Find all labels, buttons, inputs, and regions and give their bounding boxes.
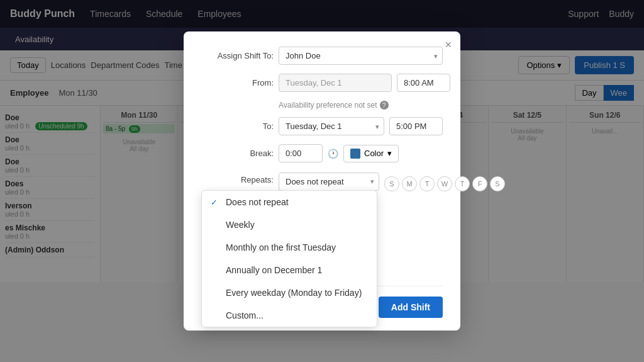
day-pills-group: S M T W T F S: [384, 176, 505, 191]
modal-overlay: × Assign Shift To: John Doe ▾ From: Avai…: [0, 0, 644, 362]
dropdown-item-annually[interactable]: Annually on December 1: [202, 259, 377, 281]
dropdown-item-label: Monthly on the first Tuesday: [226, 242, 336, 252]
repeats-content: Does not repeat ▾ S M T W T F S: [279, 171, 505, 191]
color-chevron-icon: ▾: [387, 149, 392, 158]
dropdown-item-label: Custom...: [226, 310, 264, 320]
day-pill-w[interactable]: W: [437, 176, 452, 191]
add-shift-button[interactable]: Add Shift: [379, 297, 443, 318]
availability-note: Availability preference not set ?: [201, 101, 443, 110]
assign-shift-to-row: Assign Shift To: John Doe ▾: [201, 47, 443, 65]
to-label: To:: [201, 122, 274, 131]
to-time-input[interactable]: [389, 117, 443, 135]
add-shift-modal: × Assign Shift To: John Doe ▾ From: Avai…: [184, 31, 460, 331]
day-pill-s2[interactable]: S: [490, 176, 505, 191]
dropdown-item-label: Does not repeat: [226, 197, 289, 207]
repeats-select-wrapper: Does not repeat ▾: [279, 173, 379, 191]
to-date-select-wrapper: Tuesday, Dec 1 ▾: [279, 117, 384, 135]
dropdown-item-label: Annually on December 1: [226, 265, 322, 275]
day-pill-t2[interactable]: T: [455, 176, 470, 191]
assign-shift-select-wrapper: John Doe ▾: [279, 47, 443, 65]
break-input-group: 🕐 Color ▾: [279, 144, 443, 162]
repeats-select[interactable]: Does not repeat: [279, 173, 379, 191]
day-pill-m[interactable]: M: [402, 176, 417, 191]
dropdown-item-label: Every weekday (Monday to Friday): [226, 288, 362, 298]
color-label: Color: [364, 149, 384, 158]
help-icon[interactable]: ?: [380, 101, 389, 110]
to-row: To: Tuesday, Dec 1 ▾: [201, 117, 443, 135]
from-date-input: [279, 74, 392, 92]
assign-shift-label: Assign Shift To:: [201, 51, 274, 60]
dropdown-item-every-weekday[interactable]: Every weekday (Monday to Friday): [202, 281, 377, 304]
repeats-dropdown: ✓ Does not repeat Weekly Monthly on the …: [201, 190, 377, 327]
day-pill-t1[interactable]: T: [419, 176, 435, 191]
dropdown-item-no-repeat[interactable]: ✓ Does not repeat: [202, 191, 377, 213]
repeats-row: Repeats: Does not repeat ▾ S M T W T: [201, 171, 443, 191]
from-time-input[interactable]: [397, 74, 450, 92]
break-label: Break:: [201, 149, 274, 158]
clock-icon: 🕐: [328, 149, 338, 159]
dropdown-item-label: Weekly: [226, 220, 255, 230]
day-pill-f[interactable]: F: [472, 176, 487, 191]
color-swatch: [350, 149, 360, 159]
from-label: From:: [201, 78, 274, 88]
check-icon: ✓: [211, 198, 221, 207]
color-button[interactable]: Color ▾: [343, 145, 399, 162]
to-date-select[interactable]: Tuesday, Dec 1: [279, 117, 384, 135]
dropdown-item-weekly[interactable]: Weekly: [202, 213, 377, 236]
dropdown-item-monthly[interactable]: Monthly on the first Tuesday: [202, 236, 377, 259]
break-input[interactable]: [279, 144, 323, 162]
repeats-label: Repeats:: [201, 171, 274, 184]
close-button[interactable]: ×: [445, 39, 452, 50]
break-row: Break: 🕐 Color ▾: [201, 144, 443, 162]
from-row: From:: [201, 74, 443, 92]
day-pill-s1[interactable]: S: [384, 176, 399, 191]
dropdown-item-custom[interactable]: Custom...: [202, 304, 377, 327]
assign-shift-select[interactable]: John Doe: [279, 47, 443, 65]
